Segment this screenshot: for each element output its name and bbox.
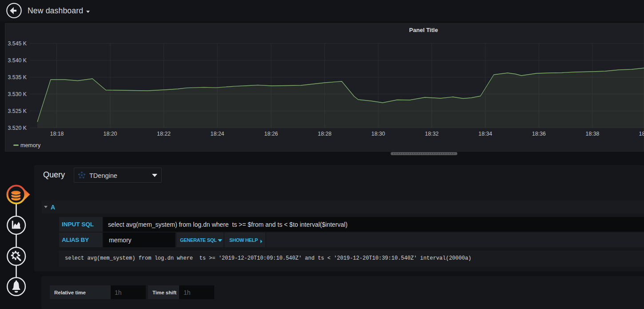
- svg-text:3.535 K: 3.535 K: [8, 74, 27, 80]
- svg-text:18:22: 18:22: [157, 131, 171, 137]
- svg-text:3.530 K: 3.530 K: [8, 91, 27, 97]
- svg-text:18:40: 18:40: [639, 131, 644, 137]
- svg-text:18:36: 18:36: [532, 131, 546, 137]
- svg-text:18:18: 18:18: [50, 131, 64, 137]
- svg-text:18:38: 18:38: [586, 131, 600, 137]
- svg-text:3.545 K: 3.545 K: [8, 40, 27, 47]
- svg-text:18:24: 18:24: [211, 131, 224, 137]
- svg-text:3.540 K: 3.540 K: [8, 57, 27, 64]
- svg-text:18:28: 18:28: [318, 131, 332, 137]
- svg-text:18:20: 18:20: [104, 131, 117, 137]
- svg-text:3.520 K: 3.520 K: [8, 125, 27, 131]
- svg-text:18:30: 18:30: [372, 131, 385, 137]
- svg-text:18:26: 18:26: [264, 131, 278, 137]
- svg-text:memory: memory: [20, 142, 41, 148]
- svg-text:18:34: 18:34: [479, 131, 492, 137]
- svg-text:18:32: 18:32: [425, 131, 439, 137]
- svg-text:3.525 K: 3.525 K: [8, 108, 27, 114]
